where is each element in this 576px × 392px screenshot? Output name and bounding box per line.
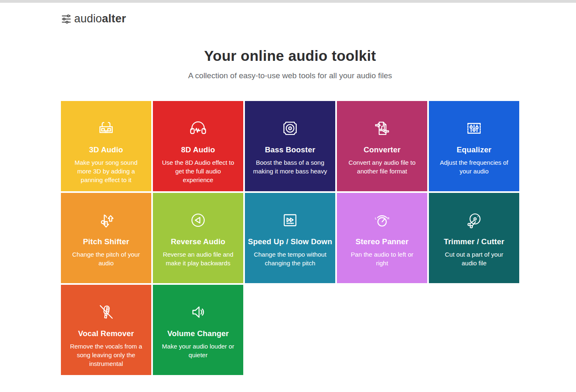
fast-forward-icon xyxy=(245,210,335,231)
tool-card-description: Boost the bass of a song making it more … xyxy=(245,158,335,176)
tool-card-description: Pan the audio to left or right xyxy=(337,250,427,267)
tool-card-title: Volume Changer xyxy=(153,329,243,338)
tool-card-trimmer-cutter[interactable]: Trimmer / Cutter Cut out a part of your … xyxy=(429,193,519,283)
tool-card-reverse-audio[interactable]: Reverse Audio Reverse an audio file and … xyxy=(153,193,243,283)
tool-card-description: Change the tempo without changing the pi… xyxy=(245,250,335,267)
glasses-3d-icon xyxy=(61,118,151,139)
tool-card-title: Stereo Panner xyxy=(337,237,427,246)
tool-card-description: Cut out a part of your audio file xyxy=(429,250,519,267)
note-arrows-icon xyxy=(61,210,151,231)
tool-card-title: Reverse Audio xyxy=(153,237,243,246)
volume-waves-icon xyxy=(153,302,243,322)
tool-card-title: Vocal Remover xyxy=(61,329,151,338)
logo[interactable]: audioalter xyxy=(61,12,126,25)
tool-card-stereo-panner[interactable]: Stereo Panner Pan the audio to left or r… xyxy=(337,193,427,283)
logo-text-alter: alter xyxy=(102,12,126,25)
tool-card-title: 8D Audio xyxy=(153,145,243,154)
tool-card-title: Speed Up / Slow Down xyxy=(245,237,335,246)
reverse-play-icon xyxy=(153,210,243,231)
tool-card-3d-audio[interactable]: 3D Audio Make your song sound more 3D by… xyxy=(61,101,151,191)
tool-card-title: Converter xyxy=(337,145,427,154)
tool-card-description: Reverse an audio file and make it play b… xyxy=(153,250,243,267)
tool-card-title: Trimmer / Cutter xyxy=(429,237,519,246)
pan-knob-icon xyxy=(337,210,427,231)
equalizer-sliders-icon xyxy=(429,118,519,139)
tool-card-title: Equalizer xyxy=(429,145,519,154)
tool-card-title: Bass Booster xyxy=(245,145,335,154)
tool-card-vocal-remover[interactable]: Vocal Remover Remove the vocals from a s… xyxy=(61,285,151,375)
headphones-icon xyxy=(153,118,243,139)
tool-card-description: Make your song sound more 3D by adding a… xyxy=(61,158,151,184)
page-title: Your online audio toolkit xyxy=(61,47,519,65)
tool-card-description: Convert any audio file to another file f… xyxy=(337,158,427,176)
tool-card-title: Pitch Shifter xyxy=(61,237,151,246)
tool-card-description: Remove the vocals from a song leaving on… xyxy=(61,342,151,368)
logo-text: audioalter xyxy=(74,12,126,25)
tool-card-description: Use the 8D Audio effect to get the full … xyxy=(153,158,243,184)
speaker-box-icon xyxy=(245,118,335,139)
tool-card-converter[interactable]: Converter Convert any audio file to anot… xyxy=(337,101,427,191)
tool-card-speed-up-slow-down[interactable]: Speed Up / Slow Down Change the tempo wi… xyxy=(245,193,335,283)
site-header: audioalter xyxy=(61,3,519,26)
tool-card-volume-changer[interactable]: Volume Changer Make your audio louder or… xyxy=(153,285,243,375)
mic-slash-icon xyxy=(61,302,151,322)
sliders-icon xyxy=(61,14,72,24)
top-scrollbar-strip xyxy=(0,0,576,3)
file-convert-icon xyxy=(337,118,427,139)
tool-card-bass-booster[interactable]: Bass Booster Boost the bass of a song ma… xyxy=(245,101,335,191)
tool-card-description: Adjust the frequencies of your audio xyxy=(429,158,519,176)
tool-card-8d-audio[interactable]: 8D Audio Use the 8D Audio effect to get … xyxy=(153,101,243,191)
tool-card-description: Change the pitch of your audio xyxy=(61,250,151,267)
tool-card-description: Make your audio louder or quieter xyxy=(153,342,243,359)
logo-text-audio: audio xyxy=(74,12,102,25)
tool-card-pitch-shifter[interactable]: Pitch Shifter Change the pitch of your a… xyxy=(61,193,151,283)
page-subtitle: A collection of easy-to-use web tools fo… xyxy=(61,70,519,81)
tools-grid: 3D Audio Make your song sound more 3D by… xyxy=(61,101,519,375)
tool-card-equalizer[interactable]: Equalizer Adjust the frequencies of your… xyxy=(429,101,519,191)
tool-card-title: 3D Audio xyxy=(61,145,151,154)
hero-section: Your online audio toolkit A collection o… xyxy=(61,47,519,81)
disc-scissors-icon xyxy=(429,210,519,231)
